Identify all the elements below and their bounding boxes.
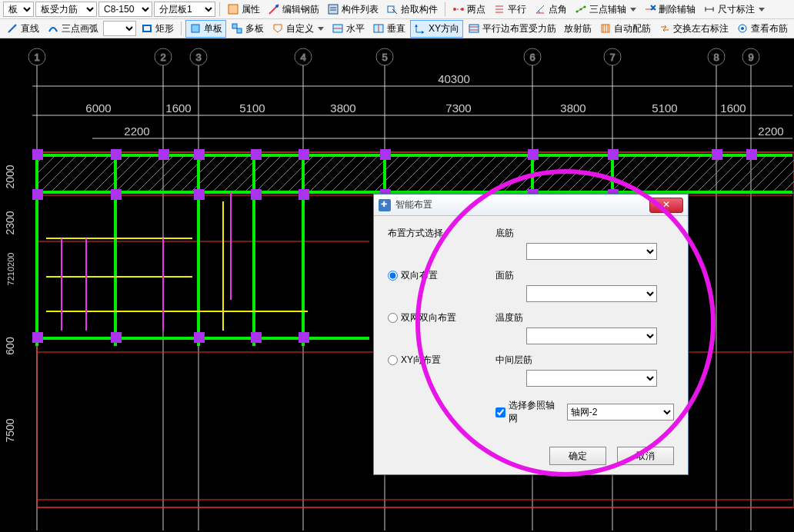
spec-select[interactable]: C8-150	[98, 2, 152, 17]
svg-point-44	[741, 27, 744, 30]
svg-text:7300: 7300	[445, 101, 471, 115]
bottom-rebar-combo[interactable]	[526, 243, 657, 260]
pick-element-button[interactable]: 拾取构件	[383, 2, 441, 18]
point-angle-button[interactable]: 点角	[531, 2, 570, 18]
svg-text:2000: 2000	[4, 165, 16, 188]
svg-text:7210200: 7210200	[6, 253, 15, 286]
swap-lr-button[interactable]: 交换左右标注	[656, 21, 732, 37]
dialog-titlebar[interactable]: 智能布置 ✕	[374, 195, 688, 216]
edit-rebar-button[interactable]: 编辑钢筋	[265, 2, 322, 18]
svg-text:1600: 1600	[165, 101, 191, 115]
svg-text:5100: 5100	[239, 101, 265, 115]
svg-rect-115	[194, 149, 205, 160]
svg-text:600: 600	[4, 337, 16, 355]
temp-rebar-combo[interactable]	[526, 328, 657, 344]
horizontal-button[interactable]: 水平	[329, 21, 368, 37]
svg-rect-133	[194, 332, 205, 343]
separator	[219, 2, 220, 16]
mid-rebar-combo[interactable]	[526, 370, 657, 387]
svg-rect-112	[32, 149, 43, 160]
svg-rect-118	[380, 149, 391, 160]
cancel-button[interactable]: 取消	[617, 447, 674, 465]
svg-text:6000: 6000	[85, 101, 111, 115]
svg-text:5100: 5100	[652, 101, 677, 115]
color-select[interactable]	[103, 21, 136, 36]
svg-rect-119	[528, 149, 539, 160]
custom-button[interactable]: 自定义	[269, 21, 327, 37]
line-button[interactable]: 直线	[3, 21, 42, 37]
svg-text:4: 4	[300, 52, 305, 63]
svg-rect-135	[299, 332, 309, 343]
svg-text:2300: 2300	[4, 211, 16, 234]
multi-panel-button[interactable]: 多板	[228, 21, 267, 37]
delete-aux-button[interactable]: 删除辅轴	[641, 2, 699, 18]
props-button[interactable]: 属性	[224, 2, 263, 18]
svg-rect-6	[388, 6, 394, 12]
svg-rect-121	[712, 149, 722, 160]
svg-rect-132	[111, 332, 122, 343]
svg-point-9	[461, 8, 464, 11]
group-select[interactable]: 分层板1	[154, 2, 215, 17]
svg-rect-111	[37, 155, 794, 194]
dimension-button[interactable]: 尺寸标注	[700, 2, 768, 18]
svg-point-17	[580, 8, 582, 11]
svg-point-18	[584, 6, 586, 8]
view-arrangement-button[interactable]: 查看布筋	[733, 21, 791, 37]
radio-bidirectional-input[interactable]	[388, 271, 398, 281]
svg-text:7: 7	[609, 52, 615, 63]
toolbar-draw: 直线 三点画弧 矩形 单板 多板 自定义 水平 垂直 XY方向 平行边布置受力筋…	[0, 19, 794, 38]
xy-direction-button[interactable]: XY方向	[410, 20, 463, 38]
ref-axis-checkbox[interactable]	[495, 407, 505, 417]
svg-rect-122	[746, 149, 757, 160]
svg-rect-36	[469, 25, 479, 32]
element-list-button[interactable]: 构件列表	[324, 2, 382, 18]
rect-button[interactable]: 矩形	[138, 21, 177, 37]
svg-rect-123	[32, 189, 43, 200]
svg-line-25	[8, 25, 16, 32]
layer-select[interactable]: 板	[3, 2, 34, 17]
svg-text:9: 9	[748, 52, 753, 63]
svg-text:3800: 3800	[330, 101, 355, 115]
three-point-aux-button[interactable]: 三点辅轴	[572, 2, 639, 18]
radio-double-net[interactable]: 双网双向布置	[388, 311, 480, 324]
svg-text:2200: 2200	[124, 125, 149, 138]
svg-text:6: 6	[529, 52, 535, 63]
svg-text:3800: 3800	[560, 101, 585, 115]
vertical-button[interactable]: 垂直	[369, 21, 409, 37]
section-title: 布置方式选择	[388, 227, 480, 240]
svg-rect-117	[299, 149, 309, 160]
smart-layout-dialog: 智能布置 ✕ 布置方式选择 双向布置 双网双向布置 XY向布置 底筋	[373, 194, 689, 475]
svg-point-8	[453, 8, 456, 11]
separator	[445, 2, 445, 16]
close-button[interactable]: ✕	[649, 198, 683, 213]
svg-rect-26	[143, 25, 151, 32]
top-rebar-combo[interactable]	[526, 285, 657, 302]
toolbar-main: 板 板受力筋 C8-150 分层板1 属性 编辑钢筋 构件列表 拾取构件 两点 …	[0, 0, 794, 19]
two-point-button[interactable]: 两点	[449, 2, 489, 18]
single-panel-button[interactable]: 单板	[185, 20, 226, 38]
svg-rect-131	[32, 332, 43, 343]
svg-text:2: 2	[160, 52, 165, 63]
svg-rect-28	[232, 24, 237, 28]
bottom-rebar-label: 底筋	[495, 227, 674, 240]
radio-bidirectional[interactable]: 双向布置	[388, 269, 480, 282]
parallel-edge-button[interactable]: 平行边布置受力筋	[465, 21, 559, 37]
radial-button[interactable]: 放射筋	[561, 21, 595, 37]
svg-text:1: 1	[34, 52, 39, 63]
dialog-icon	[379, 199, 391, 211]
radio-double-net-input[interactable]	[388, 313, 398, 323]
ref-axis-label: 选择参照轴网	[509, 399, 564, 425]
svg-rect-124	[111, 189, 122, 200]
svg-line-13	[536, 5, 544, 13]
parallel-button[interactable]: 平行	[490, 2, 529, 18]
rebar-type-select[interactable]: 板受力筋	[35, 2, 97, 17]
svg-rect-0	[229, 5, 238, 14]
auto-rebar-button[interactable]: 自动配筋	[596, 21, 654, 37]
svg-rect-127	[299, 189, 309, 200]
radio-xy-input[interactable]	[388, 355, 398, 365]
ref-axis-combo[interactable]: 轴网-2	[567, 404, 674, 421]
arc-button[interactable]: 三点画弧	[44, 21, 102, 37]
svg-text:1600: 1600	[720, 101, 746, 115]
radio-xy[interactable]: XY向布置	[388, 354, 480, 367]
ok-button[interactable]: 确定	[549, 447, 606, 465]
